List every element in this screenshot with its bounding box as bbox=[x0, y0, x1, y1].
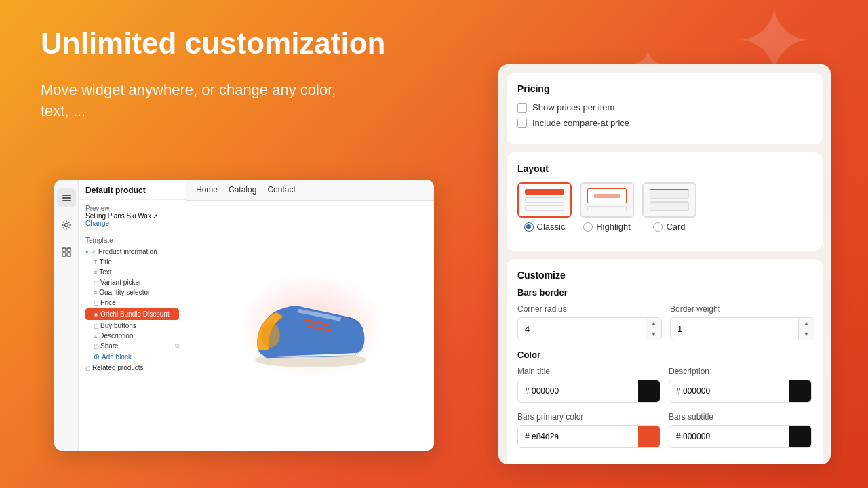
main-title-label: Main title bbox=[517, 367, 660, 376]
layout-option-classic[interactable]: Classic bbox=[517, 182, 572, 232]
description-color-swatch[interactable] bbox=[789, 380, 811, 402]
layout-title: Layout bbox=[517, 163, 812, 174]
sidebar-icon-settings[interactable] bbox=[57, 216, 76, 235]
svg-rect-0 bbox=[62, 195, 71, 196]
classic-label: Classic bbox=[537, 222, 566, 232]
right-panel: Pricing Show prices per item Include com… bbox=[498, 64, 831, 464]
bars-color-fields: Bars primary color Bars subtitle bbox=[517, 412, 812, 448]
bars-primary-label: Bars primary color bbox=[517, 412, 660, 422]
bars-primary-color-wrap bbox=[517, 425, 660, 448]
preview-section: Preview Selling Plans Ski Wax ↗ Change bbox=[79, 200, 186, 232]
layout-option-card[interactable]: Card bbox=[642, 182, 696, 232]
svg-rect-1 bbox=[62, 197, 71, 199]
radio-classic[interactable]: Classic bbox=[524, 222, 566, 232]
preview-label: Preview bbox=[85, 205, 179, 212]
pricing-card: Pricing Show prices per item Include com… bbox=[507, 73, 823, 144]
svg-rect-2 bbox=[62, 200, 71, 201]
corner-radius-input-wrap: ▲ ▼ bbox=[517, 317, 662, 340]
corner-radius-input[interactable] bbox=[518, 319, 646, 339]
corner-radius-spin: ▲ ▼ bbox=[646, 318, 661, 340]
svg-point-3 bbox=[64, 224, 68, 227]
show-prices-checkbox[interactable] bbox=[517, 103, 527, 113]
default-product-label: Default product bbox=[85, 186, 179, 195]
svg-rect-4 bbox=[62, 248, 66, 251]
sidebar-icon-list[interactable] bbox=[57, 188, 76, 207]
svg-rect-6 bbox=[62, 253, 66, 256]
template-section: Template ▾ ✓ Product information T Title… bbox=[79, 232, 186, 451]
border-fields: Corner radius ▲ ▼ Border weight ▲ ▼ bbox=[517, 304, 812, 340]
customize-card: Customize Bars border Corner radius ▲ ▼ … bbox=[507, 259, 823, 464]
tree-item-price[interactable]: ◻ Price bbox=[85, 298, 179, 308]
description-color-input[interactable] bbox=[669, 382, 789, 401]
border-weight-spin: ▲ ▼ bbox=[798, 318, 814, 340]
compare-price-checkbox[interactable] bbox=[517, 119, 527, 128]
tree-item-bundle[interactable]: ◈ Orichi Bundle Discount bbox=[85, 308, 179, 320]
description-color-wrap bbox=[669, 380, 812, 403]
layout-thumb-card bbox=[642, 182, 696, 218]
border-weight-up[interactable]: ▲ bbox=[799, 318, 814, 329]
border-weight-input[interactable] bbox=[671, 319, 798, 339]
tree-item-share[interactable]: ◻ Share ⧉ bbox=[85, 341, 179, 351]
svg-rect-7 bbox=[67, 253, 71, 256]
layout-option-highlight[interactable]: Highlight bbox=[580, 182, 634, 232]
mini-nav: Home Catalog Contact bbox=[186, 180, 434, 201]
color-fields: Main title Description bbox=[517, 367, 812, 403]
tree-item-variant-picker[interactable]: ◻ Variant picker bbox=[85, 277, 179, 287]
sneaker-image bbox=[243, 275, 378, 377]
hero-title: Unlimited customization bbox=[41, 27, 385, 60]
change-link[interactable]: Change bbox=[85, 220, 179, 227]
radio-card[interactable]: Card bbox=[653, 222, 685, 232]
bars-subtitle-color-input[interactable] bbox=[669, 427, 789, 446]
bars-primary-field: Bars primary color bbox=[517, 412, 660, 448]
card-label: Card bbox=[666, 222, 685, 232]
tree-item-title[interactable]: T Title bbox=[85, 257, 179, 267]
sidebar-content: Default product Preview Selling Plans Sk… bbox=[79, 180, 186, 451]
sidebar-icon-grid[interactable] bbox=[57, 243, 76, 262]
sidebar-icon-strip bbox=[54, 180, 79, 451]
nav-home[interactable]: Home bbox=[196, 185, 218, 195]
bars-primary-color-swatch[interactable] bbox=[638, 426, 660, 447]
layout-thumb-highlight bbox=[580, 182, 634, 218]
radio-card-circle bbox=[653, 222, 663, 232]
bars-border-title: Bars border bbox=[517, 287, 812, 298]
corner-radius-label: Corner radius bbox=[517, 304, 662, 314]
tree-item-buy-buttons[interactable]: ◻ Buy buttons bbox=[85, 321, 179, 331]
radio-highlight[interactable]: Highlight bbox=[583, 222, 631, 232]
layout-options: Classic Highlight bbox=[517, 182, 812, 232]
tree-item-description[interactable]: ≡ Description bbox=[85, 331, 179, 341]
template-label: Template bbox=[85, 237, 179, 244]
customize-title: Customize bbox=[517, 270, 812, 281]
show-prices-row: Show prices per item bbox=[517, 102, 812, 113]
show-prices-label: Show prices per item bbox=[532, 102, 614, 113]
bars-primary-color-input[interactable] bbox=[518, 427, 638, 446]
radio-highlight-circle bbox=[583, 222, 593, 232]
svg-point-11 bbox=[261, 323, 279, 347]
main-title-color-input[interactable] bbox=[518, 382, 638, 401]
bars-subtitle-color-swatch[interactable] bbox=[789, 426, 811, 447]
tree-item-text[interactable]: ≡ Text bbox=[85, 267, 179, 277]
left-mock-panel: Default product Preview Selling Plans Sk… bbox=[54, 180, 434, 451]
tree-item-quantity[interactable]: ≡ Quantity selector bbox=[85, 287, 179, 298]
compare-price-row: Include compare-at price bbox=[517, 118, 812, 128]
corner-radius-up[interactable]: ▲ bbox=[646, 318, 661, 329]
nav-catalog[interactable]: Catalog bbox=[229, 185, 256, 195]
layout-thumb-classic bbox=[517, 182, 572, 218]
layout-card: Layout Classic bbox=[507, 152, 823, 251]
hero-text: Unlimited customization Move widget anyw… bbox=[41, 27, 385, 122]
border-weight-down[interactable]: ▼ bbox=[799, 329, 814, 340]
bars-subtitle-field: Bars subtitle bbox=[669, 412, 812, 448]
bars-subtitle-label: Bars subtitle bbox=[669, 412, 812, 422]
add-block-button[interactable]: ⊕ Add block bbox=[85, 351, 179, 363]
bars-subtitle-color-wrap bbox=[669, 425, 812, 448]
sneaker-area bbox=[186, 201, 434, 451]
compare-price-label: Include compare-at price bbox=[532, 118, 629, 128]
main-title-color-wrap bbox=[517, 380, 660, 403]
corner-radius-down[interactable]: ▼ bbox=[646, 329, 661, 340]
tree-item-related[interactable]: ◻ Related products bbox=[85, 363, 179, 373]
main-title-color-swatch[interactable] bbox=[638, 380, 660, 402]
nav-contact[interactable]: Contact bbox=[267, 185, 295, 195]
tree-root: ▾ ✓ Product information bbox=[85, 247, 179, 257]
preview-value: Selling Plans Ski Wax ↗ bbox=[85, 212, 179, 220]
description-color-field: Description bbox=[669, 367, 812, 403]
pricing-title: Pricing bbox=[517, 83, 812, 94]
